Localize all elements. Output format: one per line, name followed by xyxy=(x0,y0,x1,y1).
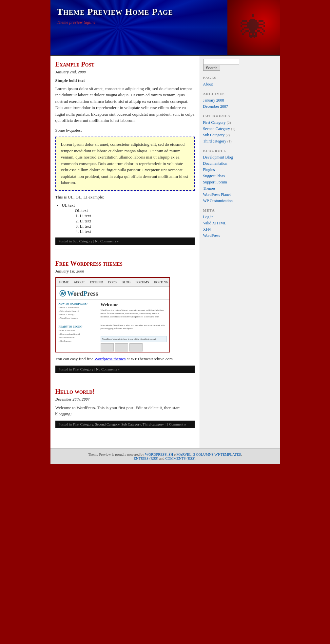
post-content-wp: HOME ABOUT EXTEND DOCS BLOG FORUMS HOSTI… xyxy=(55,277,195,362)
post-date-hello: December 26th, 2007 xyxy=(55,397,195,402)
blogroll-heading: Blogroll xyxy=(203,149,247,153)
post-title-example: Example Post xyxy=(55,61,195,68)
blogroll-wpplanet[interactable]: WordPress Planet xyxy=(203,192,231,197)
meta-xfn[interactable]: XFN xyxy=(203,227,211,232)
meta-heading: Meta xyxy=(203,208,247,212)
footer-link-entries-rss[interactable]: Entries (RSS) xyxy=(134,456,158,460)
blogroll-dev[interactable]: Development Blog xyxy=(203,155,233,160)
footer-link-sh[interactable]: SH xyxy=(168,452,173,456)
post-title-wp: Free Wordpress themes xyxy=(55,260,195,267)
search-input[interactable] xyxy=(203,59,239,65)
list-label: This is UL, OL, LI example: xyxy=(55,194,195,200)
meta-xhtml[interactable]: Valid XHTML xyxy=(203,221,226,225)
wp-thumb1 xyxy=(101,343,114,351)
list-item: December 2007 xyxy=(203,104,247,109)
cat-third-link[interactable]: Third category xyxy=(203,139,226,143)
cat-first-link[interactable]: First Category xyxy=(203,120,226,125)
header-image xyxy=(227,0,280,56)
wp-thumb3 xyxy=(129,343,143,351)
list-item: About xyxy=(203,82,247,87)
list-item: WordPress Planet xyxy=(203,192,247,197)
post-hello-world: Hello world! December 26th, 2007 Welcome… xyxy=(55,388,195,433)
list-item: Plugins xyxy=(203,167,247,172)
archives-heading: Archives xyxy=(203,92,247,96)
list-item: Li text xyxy=(80,229,195,234)
blogroll-plugins[interactable]: Plugins xyxy=(203,167,215,172)
bquotes-label: Some b-quotes: xyxy=(55,127,195,134)
post-wordpress-themes: Free Wordpress themes January 1st, 2008 … xyxy=(55,260,195,378)
post-content-hello: Welcome to WordPress. This is your first… xyxy=(55,405,195,417)
footer-link-3col[interactable]: 3 Columns WP Templates xyxy=(193,452,241,456)
meta-list: Log in Valid XHTML XFN WordPress xyxy=(203,214,247,238)
footer-text: Theme Preview is proudly powered by xyxy=(88,452,145,456)
cat-first[interactable]: First Category xyxy=(73,422,93,426)
list-item: Valid XHTML xyxy=(203,220,247,226)
wordpress-screenshot: HOME ABOUT EXTEND DOCS BLOG FORUMS HOSTI… xyxy=(55,277,170,352)
cat-count: (2) xyxy=(225,133,230,137)
footer-link-marvel[interactable]: Marvel xyxy=(177,452,192,456)
list-item: Li text xyxy=(80,224,195,229)
list-item: Documentation xyxy=(203,161,247,166)
list-item: Support Forum xyxy=(203,180,247,185)
blogroll-themes[interactable]: Themes xyxy=(203,186,216,191)
cat-sub-link[interactable]: Sub Category xyxy=(203,133,225,137)
archive-dec2007[interactable]: December 2007 xyxy=(203,104,228,109)
sidebar-meta: Meta Log in Valid XHTML XFN WordPress xyxy=(203,208,247,238)
post-body1: Lorem ipsum dolor sit amet, consectetur … xyxy=(55,85,195,124)
sidebar-archives: Archives January 2008 December 2007 xyxy=(203,92,247,109)
comments-link-wp[interactable]: No Comments » xyxy=(96,367,120,371)
post-footer-hello: Posted in First Category, Second Categor… xyxy=(55,421,195,428)
search-button[interactable]: Search xyxy=(203,65,221,71)
post-footer-example: Posted in Sub Category | No Comments » xyxy=(55,237,195,245)
wp-nav-extend: EXTEND xyxy=(90,280,103,284)
post-date-wp: January 1st, 2008 xyxy=(55,269,195,274)
comments-link[interactable]: No Comments » xyxy=(95,239,119,243)
post-example: Example Post January 2nd, 2008 Simple bo… xyxy=(55,61,195,250)
cat-second-link[interactable]: Second Category xyxy=(203,126,230,131)
wp-nav-bar: HOME ABOUT EXTEND DOCS BLOG FORUMS HOSTI… xyxy=(56,278,169,287)
sidebar-categories: Categories First Category (2) Second Cat… xyxy=(203,114,247,144)
categories-list: First Category (2) Second Category (1) S… xyxy=(203,120,247,144)
blogroll-suggest[interactable]: Suggest Ideas xyxy=(203,174,225,178)
post-title-hello: Hello world! xyxy=(55,388,195,395)
wp-logo: ⓦ WordPress xyxy=(56,287,169,300)
blogroll-docs[interactable]: Documentation xyxy=(203,161,227,166)
wp-nav-docs: DOCS xyxy=(108,280,117,284)
archive-jan2008[interactable]: January 2008 xyxy=(203,98,224,103)
site-footer: Theme Preview is proudly powered by Word… xyxy=(50,448,280,464)
post-footer-wp: Posted in First Category | No Comments » xyxy=(55,366,195,373)
site-title: Theme Preview Home page xyxy=(57,7,173,17)
meta-wordpress[interactable]: WordPress xyxy=(203,233,220,238)
footer-link-comments-rss[interactable]: Comments (RSS) xyxy=(165,456,195,460)
wp-nav-blog: BLOG xyxy=(122,280,130,284)
cat-third[interactable]: Third category xyxy=(143,422,164,426)
list-item: Li text xyxy=(80,213,195,218)
wordpress-themes-link[interactable]: Wordpress themes xyxy=(94,356,126,361)
list-item: Second Category (1) xyxy=(203,126,247,131)
pages-heading: Pages xyxy=(203,76,247,80)
blogroll-support[interactable]: Support Forum xyxy=(203,180,227,184)
cat-second[interactable]: Second Category xyxy=(95,422,120,426)
footer-link-wordpress[interactable]: WordPress xyxy=(145,452,167,456)
sidebar-blogroll: Blogroll Development Blog Documentation … xyxy=(203,149,247,203)
list-item: January 2008 xyxy=(203,98,247,103)
list-item: Third category (1) xyxy=(203,139,247,144)
category-link-first[interactable]: First Category xyxy=(73,367,93,371)
site-header: Theme Preview Home page Theme preview ta… xyxy=(50,0,280,56)
list-item: Li text xyxy=(80,218,195,224)
posted-in-label: Posted in xyxy=(59,367,73,371)
category-link[interactable]: Sub Category xyxy=(73,239,92,243)
cat-sub[interactable]: Sub Category xyxy=(121,422,141,426)
blockquote: Lorem ipsum dolor sit amet, consectetur … xyxy=(55,137,195,191)
sidebar-pages: Pages About xyxy=(203,76,247,87)
list-item: UL text OL text Li text Li text Li text … xyxy=(62,203,195,234)
wp-body: NEW TO WORDPRESS? » What is WordPress?» … xyxy=(56,300,169,352)
pages-about-link[interactable]: About xyxy=(203,82,213,86)
list-item: Sub Category (2) xyxy=(203,132,247,138)
blogroll-wpcustom[interactable]: WP Customization xyxy=(203,199,233,203)
meta-login[interactable]: Log in xyxy=(203,215,214,219)
list-item: WordPress xyxy=(203,233,247,238)
wp-admin-box: WordPress' admin interface is one of the… xyxy=(101,336,167,342)
comments-link-hello[interactable]: 1 Comment » xyxy=(166,422,186,426)
wp-nav-home: HOME xyxy=(59,280,69,284)
